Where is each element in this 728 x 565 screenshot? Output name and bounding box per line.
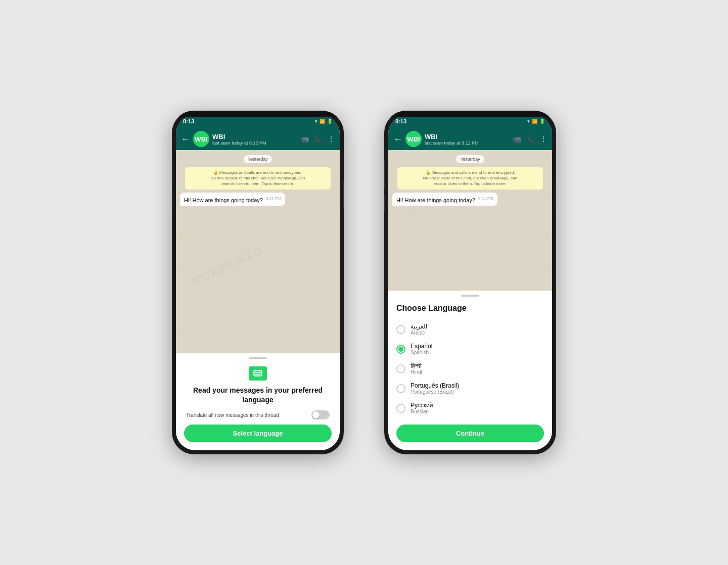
lang-native-russian: Русский <box>411 402 433 409</box>
bottom-sheet-2: Choose Language العربية Arabic Español <box>388 291 552 450</box>
chat-area: Yesterday 🔒 Messages and calls are end-t… <box>176 150 340 353</box>
status-icons: ▾ 📶 🔋 <box>315 119 333 124</box>
back-button-2[interactable]: ← <box>393 134 402 145</box>
lang-english-arabic: Arabic <box>411 330 427 336</box>
wifi-icon: ▾ <box>315 119 317 124</box>
avatar: WBI <box>193 131 209 147</box>
status-bar: 8:13 ▾ 📶 🔋 <box>176 115 340 128</box>
svg-rect-0 <box>254 370 262 376</box>
language-list: العربية Arabic Español Spanish <box>396 320 544 417</box>
last-seen: last seen today at 8:12 PM <box>212 140 297 146</box>
lang-item-arabic[interactable]: العربية Arabic <box>396 320 544 339</box>
translate-icon <box>249 366 267 381</box>
radio-arabic[interactable] <box>396 325 405 334</box>
message-time: 8:21 PM <box>266 196 281 201</box>
avatar-2: WBI <box>405 131 422 147</box>
message-text-2: Hi! How are things going today? <box>396 197 475 203</box>
signal-icon-2: 📶 <box>532 119 537 124</box>
radio-inner-spanish <box>398 347 403 352</box>
lang-text-arabic: العربية Arabic <box>411 323 427 336</box>
lang-native-spanish: Español <box>411 343 432 350</box>
contact-name-2: WBI <box>425 133 510 140</box>
contact-info: WBI last seen today at 8:12 PM <box>212 133 297 146</box>
lang-text-hindi: हिन्दी Hindi <box>411 362 422 375</box>
lang-item-russian[interactable]: Русский Russian <box>396 399 544 417</box>
header-icons-2: 📹 📞 ⋮ <box>513 135 547 143</box>
choose-language-title: Choose Language <box>396 304 467 313</box>
status-icons-2: ▾ 📶 🔋 <box>527 119 545 124</box>
encryption-notice[interactable]: 🔒 Messages and calls are end-to-end encr… <box>185 167 331 190</box>
encryption-notice-2[interactable]: 🔒 Messages and calls are end-to-end encr… <box>397 167 543 190</box>
contact-name: WBI <box>212 133 297 140</box>
sheet-title: Read your messages in your preferred lan… <box>184 386 332 405</box>
power-button[interactable] <box>172 161 172 175</box>
chat-header: ← WBI WBI last seen today at 8:12 PM 📹 📞… <box>176 128 340 150</box>
status-bar-2: 8:13 ▾ 📶 🔋 <box>388 115 552 128</box>
sheet-handle-2 <box>461 295 479 297</box>
power-button-2[interactable] <box>384 161 385 175</box>
lang-english-russian: Russian <box>411 409 433 414</box>
bottom-sheet-1: Read your messages in your preferred lan… <box>176 353 340 450</box>
message-bubble: Hi! How are things going today? 8:21 PM <box>180 193 285 206</box>
radio-hindi[interactable] <box>396 364 405 373</box>
back-button[interactable]: ← <box>181 134 190 145</box>
phone-icon-2[interactable]: 📞 <box>526 135 535 143</box>
message-time-2: 8:21 PM <box>478 196 493 201</box>
contact-info-2: WBI last seen today at 8:12 PM <box>425 133 510 146</box>
lang-item-spanish[interactable]: Español Spanish <box>396 340 544 358</box>
wifi-icon-2: ▾ <box>527 119 530 124</box>
date-badge: Yesterday <box>244 155 272 163</box>
battery-icon-2: 🔋 <box>539 119 545 124</box>
phone-2: 8:13 ▾ 📶 🔋 ← WBI WBI last seen today at … <box>384 111 556 454</box>
toggle-label: Translate all new messages in this threa… <box>186 412 311 418</box>
lang-text-portuguese: Português (Brasil) Portuguese (Brazil) <box>411 382 459 395</box>
lang-item-hindi[interactable]: हिन्दी Hindi <box>396 359 544 378</box>
select-language-button[interactable]: Select language <box>184 425 332 442</box>
last-seen-2: last seen today at 8:12 PM <box>425 140 510 146</box>
lang-native-portuguese: Português (Brasil) <box>411 382 459 389</box>
radio-russian[interactable] <box>396 404 405 413</box>
avatar-initials: WBI <box>195 135 207 143</box>
signal-icon: 📶 <box>320 119 325 124</box>
header-icons: 📹 📞 ⋮ <box>300 135 335 143</box>
lang-native-hindi: हिन्दी <box>411 362 422 369</box>
lang-item-portuguese[interactable]: Português (Brasil) Portuguese (Brazil) <box>396 379 544 398</box>
chat-area-2: Yesterday 🔒 Messages and calls are end-t… <box>388 150 552 291</box>
more-icon[interactable]: ⋮ <box>328 135 335 143</box>
battery-icon: 🔋 <box>327 119 333 124</box>
avatar-initials-2: WBI <box>407 135 420 143</box>
continue-button[interactable]: Continue <box>396 425 544 442</box>
phone-1: 8:13 ▾ 📶 🔋 ← WBI WBI last seen today at … <box>172 111 344 454</box>
lang-text-spanish: Español Spanish <box>411 343 432 355</box>
volume-down-button-2[interactable] <box>384 194 385 212</box>
video-call-icon[interactable]: 📹 <box>300 135 309 143</box>
translate-toggle[interactable] <box>311 410 330 419</box>
more-icon-2[interactable]: ⋮ <box>540 135 547 143</box>
watermark-1: CURREINFO <box>192 244 265 288</box>
toggle-row: Translate all new messages in this threa… <box>184 410 332 419</box>
sheet-handle <box>249 357 267 359</box>
chat-header-2: ← WBI WBI last seen today at 8:12 PM 📹 📞… <box>388 128 552 150</box>
volume-down-button[interactable] <box>172 194 172 212</box>
message-bubble-2: Hi! How are things going today? 8:21 PM <box>392 193 497 206</box>
status-time-2: 8:13 <box>395 118 406 124</box>
lang-english-hindi: Hindi <box>411 369 422 375</box>
status-time: 8:13 <box>183 118 194 124</box>
lang-english-spanish: Spanish <box>411 350 432 355</box>
video-call-icon-2[interactable]: 📹 <box>513 135 521 143</box>
message-text: Hi! How are things going today? <box>184 197 263 203</box>
radio-spanish[interactable] <box>396 345 405 354</box>
lang-native-arabic: العربية <box>411 323 427 330</box>
lang-english-portuguese: Portuguese (Brazil) <box>411 389 459 395</box>
date-badge-2: Yesterday <box>456 155 484 163</box>
radio-portuguese[interactable] <box>396 384 405 393</box>
lang-text-russian: Русский Russian <box>411 402 433 414</box>
phone-icon[interactable]: 📞 <box>314 135 323 143</box>
